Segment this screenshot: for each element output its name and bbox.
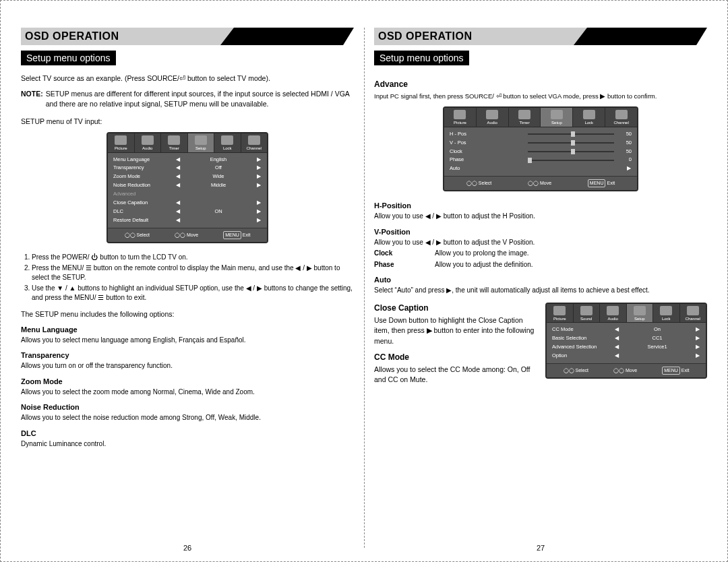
option-heading: Menu Language [21,325,354,336]
osd-tab-setup: Setup [627,304,654,323]
osd-tab-picture: Picture [108,133,135,152]
instruction-step: Press the MENU/ ☰ button on the remote c… [32,263,354,282]
osd-row: Zoom Mode◀Wide▶ [113,173,262,181]
clock-label: Clock [374,249,435,259]
osd-caption: SETUP menu of TV input: [21,117,354,127]
option-heading: Zoom Mode [21,377,354,387]
close-caption-desc: Use Down button to highlight the Close C… [374,315,537,346]
osd-row: Auto▶ [450,164,632,173]
hpos-heading: H-Position [374,201,707,212]
osd-tab-timer: Timer [509,108,541,127]
osd-row: V - Pos50 [450,139,632,148]
page-left: OSD OPERATION Setup menu options Select … [21,28,354,548]
osd-tab-sound: Sound [574,304,601,323]
instruction-step: Press the POWER/ ⏻ button to turn the LC… [32,253,354,262]
cc-mode-desc: Allows you to select the CC Mode among: … [374,365,537,385]
note-label: NOTE: [21,89,43,109]
osd-row: Noise Reduction◀Middle▶ [113,181,262,190]
osd-tab-picture: Picture [547,304,574,323]
osd-tab-setup: Setup [188,133,215,152]
osd-foot-select: ◯◯Select [125,231,150,239]
vpos-desc: Allow you to use ◀ / ▶ button to adjust … [374,238,707,248]
osd-tab-audio: Audio [477,108,509,127]
osd-foot-move: ◯◯Move [175,231,198,239]
section-subtitle: Setup menu options [374,51,469,65]
instruction-step: Use the ▼ / ▲ buttons to highlight an in… [32,284,354,303]
osd-row: Transparency◀Off▶ [113,164,262,173]
option-desc: Dynamic Luminance control. [21,439,354,449]
osd-screenshot-cc: PictureSoundAudioSetupLockChannel CC Mod… [545,303,707,379]
manual-spread: OSD OPERATION Setup menu options Select … [0,0,728,562]
osd-row: Phase0 [450,156,632,164]
osd-row: Clock50 [450,148,632,156]
page-number: 27 [374,544,707,552]
osd-row: Restore Default◀▶ [113,216,262,225]
osd-row: Advanced Selection◀Service1▶ [552,343,700,352]
osd-tab-lock: Lock [214,133,241,152]
vpos-heading: V-Position [374,227,707,238]
instruction-list: Press the POWER/ ⏻ button to turn the LC… [21,253,354,303]
page-right: OSD OPERATION Setup menu options Advance… [374,28,707,548]
includes-text: The SETUP menu includes the following op… [21,309,354,319]
intro-text: Select TV source as an exanple. (Press S… [21,73,354,84]
osd-row: Menu Language◀English▶ [113,156,262,164]
section-subtitle: Setup menu options [21,51,116,65]
osd-row: DLC◀ON▶ [113,208,262,216]
osd-row: CC Mode◀On▶ [552,325,700,334]
hpos-desc: Allow you to use ◀ / ▶ button to adjust … [374,212,707,222]
clock-desc: Allow you to prolong the image. [435,249,707,259]
advance-intro: Input PC signal first, then press SOURCE… [374,92,707,101]
osd-row: H - Pos50 [450,130,632,139]
option-desc: Allows you to select menu language among… [21,336,354,346]
osd-tab-audio: Audio [600,304,627,323]
option-desc: Allows you to select the zoom mode among… [21,387,354,398]
osd-tab-channel: Channel [241,133,268,152]
osd-tab-channel: Channel [605,108,637,127]
osd-tab-audio: Audio [135,133,162,152]
page-divider [364,28,365,548]
osd-row: Basic Selection◀CC1▶ [552,334,700,343]
osd-foot-exit: MENU Exit [223,231,250,239]
osd-tab-timer: Timer [161,133,188,152]
page-number: 26 [21,544,354,552]
osd-screenshot-setup: PictureAudioTimerSetupLockChannel Menu L… [107,132,268,243]
note-text: SETUP menus are different for different … [46,89,354,109]
osd-tab-lock: Lock [653,304,680,323]
auto-heading: Auto [374,275,707,286]
osd-tab-channel: Channel [680,304,706,323]
option-desc: Allows you to select the noise reduction… [21,413,354,423]
option-heading: Noise Reduction [21,402,354,413]
option-heading: Transparency [21,350,354,361]
note-block: NOTE: SETUP menus are different for diff… [21,89,354,109]
osd-row: Option◀▶ [552,352,700,361]
auto-desc: Select “Auto” and press ▶, the unit will… [374,286,707,296]
phase-label: Phase [374,260,435,270]
osd-screenshot-advance: PictureAudioTimerSetupLockChannel H - Po… [443,106,638,191]
osd-row: Close Capation◀▶ [113,199,262,208]
close-caption-heading: Close Caption [374,303,537,314]
section-banner: OSD OPERATION [374,28,707,45]
osd-tab-picture: Picture [444,108,477,127]
option-desc: Allows you turn on or off the transparen… [21,361,354,371]
phase-desc: Allow you to adjust the definition. [435,260,707,270]
osd-row: Advanced [113,190,262,199]
banner-title: OSD OPERATION [374,28,574,45]
option-heading: DLC [21,429,354,439]
section-banner: OSD OPERATION [21,28,354,45]
banner-title: OSD OPERATION [21,28,220,45]
osd-tab-lock: Lock [573,108,605,127]
cc-mode-heading: CC Mode [374,352,537,363]
advance-heading: Advance [374,79,707,90]
osd-tab-setup: Setup [541,108,573,127]
